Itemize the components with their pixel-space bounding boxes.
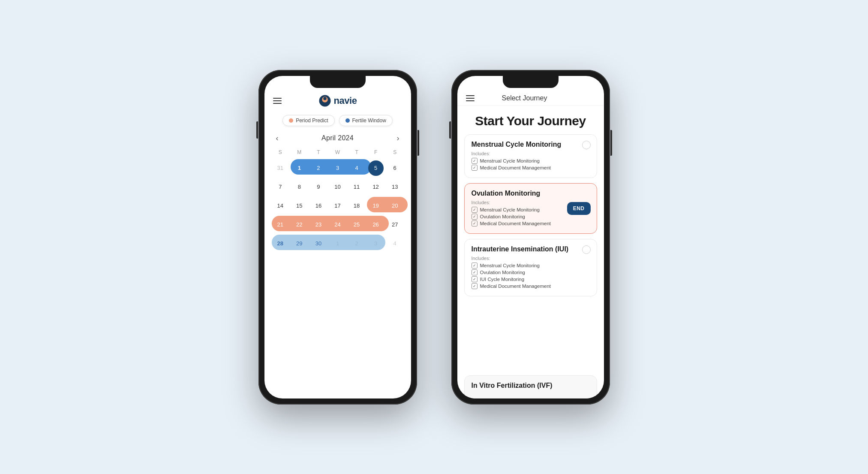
check-item: ✓ Ovulation Monitoring <box>472 269 590 275</box>
fertile-label: Fertile Window <box>352 118 386 124</box>
phone-1: navie Period Predict Fertile Window ‹ Ap <box>258 70 417 405</box>
radio-button-iui[interactable] <box>582 245 591 254</box>
cal-day[interactable]: 27 <box>385 216 405 234</box>
cal-day[interactable]: 2 <box>347 235 366 253</box>
cal-day[interactable]: 10 <box>328 178 347 196</box>
cal-day[interactable]: 24 <box>328 216 347 234</box>
notch-1 <box>310 76 366 88</box>
radio-button-menstrual[interactable] <box>582 141 591 149</box>
cal-day[interactable]: 1 <box>290 159 309 177</box>
cal-day[interactable]: 20 <box>385 197 405 215</box>
legend-row: Period Predict Fertile Window <box>264 111 411 130</box>
check-item: ✓ Medical Document Management <box>472 220 590 226</box>
legend-fertile[interactable]: Fertile Window <box>339 115 393 126</box>
cal-day[interactable]: 28 <box>271 235 290 253</box>
check-icon: ✓ <box>472 207 478 213</box>
cal-day[interactable]: 14 <box>271 197 290 215</box>
hamburger-menu-1[interactable] <box>273 98 282 104</box>
period-dot <box>289 118 293 123</box>
fertile-dot <box>345 118 350 123</box>
weekday-0: S <box>271 148 290 157</box>
calendar-grid: 31 1 2 3 4 5 6 7 8 9 10 11 <box>271 159 405 253</box>
prev-month-button[interactable]: ‹ <box>273 133 282 144</box>
check-item: ✓ Menstrual Cycle Monitoring <box>472 158 590 164</box>
period-label: Period Predict <box>296 118 328 124</box>
check-icon: ✓ <box>472 220 478 226</box>
cal-day[interactable]: 17 <box>328 197 347 215</box>
journey-card-title: In Vitro Fertilization (IVF) <box>472 382 590 389</box>
journey-list: Menstrual Cycle Monitoring Includes: ✓ M… <box>457 134 604 375</box>
cal-day[interactable]: 5 <box>368 160 384 176</box>
next-month-button[interactable]: › <box>393 133 402 144</box>
cal-day[interactable]: 18 <box>347 197 366 215</box>
check-item: ✓ Menstrual Cycle Monitoring <box>472 263 590 269</box>
cal-day[interactable]: 7 <box>271 178 290 196</box>
check-icon: ✓ <box>472 276 478 282</box>
cal-day[interactable]: 3 <box>366 235 385 253</box>
check-item: ✓ IUI Cycle Monitoring <box>472 276 590 282</box>
check-item: ✓ Medical Document Management <box>472 283 590 289</box>
cal-day[interactable]: 9 <box>309 178 328 196</box>
end-badge[interactable]: END <box>567 202 591 215</box>
week-row-3: 14 15 16 17 18 19 20 <box>271 197 405 215</box>
week-row-1: 31 1 2 3 4 5 6 <box>271 159 405 177</box>
check-text: Medical Document Management <box>480 165 551 170</box>
journey-card-title: Menstrual Cycle Monitoring <box>472 141 590 148</box>
check-icon: ✓ <box>472 214 478 220</box>
hamburger-menu-2[interactable] <box>466 95 475 101</box>
cal-day[interactable]: 22 <box>290 216 309 234</box>
cal-day[interactable]: 15 <box>290 197 309 215</box>
weekday-5: F <box>366 148 385 157</box>
journey-card-ovulation[interactable]: Ovulation Monitoring Includes: ✓ Menstru… <box>464 183 597 234</box>
legend-period[interactable]: Period Predict <box>282 115 334 126</box>
weekdays-row: S M T W T F S <box>271 148 405 157</box>
cal-day[interactable]: 16 <box>309 197 328 215</box>
check-icon: ✓ <box>472 283 478 289</box>
journey-card-title: Ovulation Monitoring <box>472 190 590 197</box>
phone-2: Select Journey Start Your Journey Menstr… <box>451 70 610 405</box>
cal-day[interactable]: 30 <box>309 235 328 253</box>
check-text: IUI Cycle Monitoring <box>480 277 525 282</box>
weekday-6: S <box>385 148 405 157</box>
cal-day[interactable]: 29 <box>290 235 309 253</box>
check-icon: ✓ <box>472 158 478 164</box>
cal-day[interactable]: 4 <box>347 159 366 177</box>
logo-text: navie <box>334 95 357 106</box>
journey-header: Select Journey <box>457 91 604 106</box>
check-text: Ovulation Monitoring <box>480 214 525 219</box>
check-text: Menstrual Cycle Monitoring <box>480 207 540 212</box>
weekday-4: T <box>347 148 366 157</box>
cal-day[interactable]: 4 <box>385 235 405 253</box>
week-row-5: 28 29 30 1 2 3 4 <box>271 235 405 253</box>
svg-point-2 <box>323 97 327 100</box>
includes-label: Includes: <box>472 151 590 156</box>
cal-day[interactable]: 26 <box>366 216 385 234</box>
cal-day[interactable]: 25 <box>347 216 366 234</box>
journey-card-menstrual[interactable]: Menstrual Cycle Monitoring Includes: ✓ M… <box>464 134 597 178</box>
cal-day[interactable]: 2 <box>309 159 328 177</box>
cal-day[interactable]: 12 <box>366 178 385 196</box>
cal-day[interactable]: 8 <box>290 178 309 196</box>
journey-card-ivf-partial[interactable]: In Vitro Fertilization (IVF) <box>464 375 597 399</box>
check-icon: ✓ <box>472 269 478 275</box>
logo: navie <box>318 94 357 107</box>
weekday-1: M <box>290 148 309 157</box>
cal-day[interactable]: 6 <box>385 159 405 177</box>
cal-day[interactable]: 31 <box>271 159 290 177</box>
cal-day[interactable]: 23 <box>309 216 328 234</box>
journey-card-iui[interactable]: Intrauterine Insemination (IUI) Includes… <box>464 239 597 296</box>
cal-day[interactable]: 3 <box>328 159 347 177</box>
cal-day[interactable]: 21 <box>271 216 290 234</box>
navie-logo-icon <box>318 94 331 107</box>
cal-day[interactable]: 11 <box>347 178 366 196</box>
cal-day[interactable]: 19 <box>366 197 385 215</box>
cal-day[interactable]: 13 <box>385 178 405 196</box>
check-icon: ✓ <box>472 165 478 171</box>
check-text: Menstrual Cycle Monitoring <box>480 263 540 268</box>
weekday-2: T <box>309 148 328 157</box>
calendar: ‹ April 2024 › S M T W T F S <box>264 130 411 399</box>
check-item: ✓ Medical Document Management <box>472 165 590 171</box>
check-icon: ✓ <box>472 263 478 269</box>
calendar-month-row: ‹ April 2024 › <box>271 130 405 146</box>
cal-day[interactable]: 1 <box>328 235 347 253</box>
